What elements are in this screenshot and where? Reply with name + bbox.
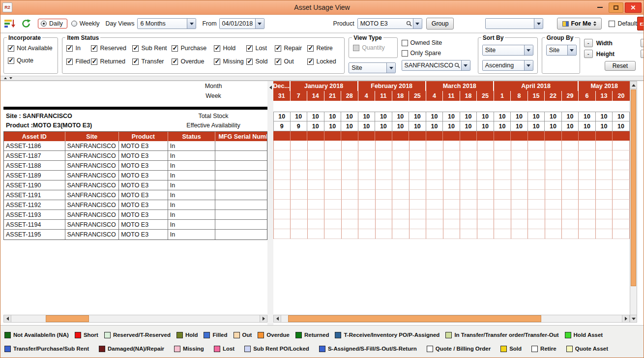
scroll-left-icon[interactable] bbox=[274, 315, 281, 322]
grid-cell[interactable] bbox=[426, 150, 443, 160]
checkbox-reserved[interactable]: Reserved bbox=[91, 45, 132, 52]
grid-cell[interactable] bbox=[579, 219, 595, 229]
grid-cell[interactable] bbox=[291, 229, 307, 239]
for-me-spinner[interactable] bbox=[593, 21, 596, 26]
horizontal-splitter[interactable] bbox=[0, 76, 644, 81]
grid-cell[interactable] bbox=[443, 209, 460, 219]
week-header[interactable]: 31 bbox=[273, 91, 291, 101]
grid-cell[interactable] bbox=[528, 219, 545, 229]
week-header[interactable]: 25 bbox=[477, 91, 494, 101]
maximize-button[interactable] bbox=[609, 2, 623, 13]
grid-cell[interactable] bbox=[579, 229, 595, 239]
week-header[interactable]: 15 bbox=[528, 91, 545, 101]
grid-cell[interactable] bbox=[545, 150, 562, 160]
grid-cell[interactable] bbox=[358, 229, 375, 239]
table-row[interactable]: ASSET-1186SANFRANCISCOMOTO E3In bbox=[4, 141, 267, 151]
table-row[interactable]: ASSET-1191SANFRANCISCOMOTO E3In bbox=[4, 190, 267, 200]
scroll-right-icon[interactable] bbox=[260, 315, 267, 322]
chevron-down-icon[interactable] bbox=[524, 45, 533, 55]
grid-cell[interactable] bbox=[579, 170, 595, 180]
scroll-right-icon[interactable] bbox=[622, 315, 629, 322]
daily-radio-option[interactable]: Daily bbox=[38, 19, 67, 29]
daily-radio[interactable] bbox=[41, 21, 47, 27]
grid-cell[interactable] bbox=[392, 229, 409, 239]
grid-cell[interactable] bbox=[596, 150, 613, 160]
grid-cell[interactable] bbox=[426, 209, 443, 219]
width-decrease-button[interactable]: - bbox=[584, 39, 593, 47]
checkbox-box[interactable] bbox=[275, 59, 281, 65]
chevron-down-icon[interactable] bbox=[524, 60, 533, 70]
checkbox-box[interactable] bbox=[246, 45, 253, 52]
month-header-april-2018[interactable]: April 2018 bbox=[494, 81, 579, 91]
week-header[interactable]: 11 bbox=[443, 91, 460, 101]
grid-cell[interactable] bbox=[392, 219, 409, 229]
grid-cell[interactable] bbox=[613, 219, 629, 229]
grid-cell[interactable] bbox=[562, 190, 579, 200]
grid-cell[interactable] bbox=[494, 219, 511, 229]
grid-cell[interactable] bbox=[342, 170, 358, 180]
grid-cell[interactable] bbox=[324, 150, 341, 160]
grid-cell[interactable] bbox=[426, 190, 443, 200]
grid-cell[interactable] bbox=[274, 170, 291, 180]
checkbox-box[interactable] bbox=[8, 58, 14, 64]
table-row[interactable]: ASSET-1192SANFRANCISCOMOTO E3In bbox=[4, 200, 267, 210]
grid-cell[interactable] bbox=[528, 190, 545, 200]
grid-cell[interactable] bbox=[511, 141, 528, 150]
grid-cell[interactable] bbox=[410, 160, 426, 170]
grid-cell[interactable] bbox=[274, 190, 291, 200]
grid-cell[interactable] bbox=[291, 160, 307, 170]
grid-cell[interactable] bbox=[494, 200, 511, 209]
table-row[interactable]: ASSET-1193SANFRANCISCOMOTO E3In bbox=[4, 210, 267, 220]
grid-cell[interactable] bbox=[358, 141, 375, 150]
misc-select[interactable] bbox=[485, 18, 543, 29]
grid-cell[interactable] bbox=[528, 150, 545, 160]
grid-cell[interactable] bbox=[545, 200, 562, 209]
week-header[interactable]: 8 bbox=[511, 91, 528, 101]
grid-cell[interactable] bbox=[291, 200, 307, 209]
grid-cell[interactable] bbox=[528, 160, 545, 170]
owned-site-checkbox-option[interactable]: Owned Site bbox=[402, 39, 474, 46]
checkbox-quote[interactable]: Quote bbox=[8, 57, 54, 64]
checkbox-box[interactable] bbox=[214, 45, 220, 52]
grid-cell[interactable] bbox=[613, 209, 629, 219]
vertical-splitter[interactable] bbox=[267, 81, 273, 325]
grid-cell[interactable] bbox=[511, 170, 528, 180]
grid-cell[interactable] bbox=[596, 229, 613, 239]
grid-cell[interactable] bbox=[324, 229, 341, 239]
grid-cell[interactable] bbox=[274, 229, 291, 239]
close-button[interactable]: ✕ bbox=[625, 2, 642, 13]
grid-cell[interactable] bbox=[324, 160, 341, 170]
grid-cell[interactable] bbox=[308, 170, 324, 180]
grid-cell[interactable] bbox=[477, 160, 494, 170]
chevron-down-icon[interactable] bbox=[386, 63, 395, 73]
checkbox-sub-rent[interactable]: Sub Rent bbox=[132, 45, 172, 52]
view-level-select[interactable]: Site bbox=[349, 62, 396, 73]
grid-cell[interactable] bbox=[358, 150, 375, 160]
grid-cell[interactable] bbox=[410, 200, 426, 209]
grid-cell[interactable] bbox=[511, 200, 528, 209]
grid-cell[interactable] bbox=[291, 219, 307, 229]
grid-cell[interactable] bbox=[291, 141, 307, 150]
collapse-down-icon[interactable] bbox=[9, 77, 12, 79]
column-header-site[interactable]: Site bbox=[65, 132, 119, 141]
reset-button[interactable]: Reset bbox=[605, 61, 636, 71]
checkbox-overdue[interactable]: Overdue bbox=[172, 58, 214, 65]
grid-cell[interactable] bbox=[545, 160, 562, 170]
table-row[interactable]: ASSET-1190SANFRANCISCOMOTO E3In bbox=[4, 180, 267, 190]
month-header-dec[interactable]: Dec... bbox=[273, 81, 291, 91]
grid-cell[interactable] bbox=[494, 209, 511, 219]
grid-cell[interactable] bbox=[545, 170, 562, 180]
grid-cell[interactable] bbox=[460, 209, 477, 219]
grid-cell[interactable] bbox=[443, 190, 460, 200]
right-horizontal-scrollbar[interactable] bbox=[273, 315, 630, 323]
grid-cell[interactable] bbox=[308, 180, 324, 190]
grid-cell[interactable] bbox=[613, 150, 629, 160]
grid-cell[interactable] bbox=[308, 229, 324, 239]
grid-cell[interactable] bbox=[494, 160, 511, 170]
column-header-asset-id[interactable]: Asset ID bbox=[4, 132, 65, 141]
grid-cell[interactable] bbox=[596, 170, 613, 180]
week-header[interactable]: 29 bbox=[562, 91, 579, 101]
sort-field-select[interactable]: Site bbox=[482, 45, 533, 56]
checkbox-not-available[interactable]: Not Available bbox=[8, 45, 54, 52]
grid-cell[interactable] bbox=[545, 229, 562, 239]
